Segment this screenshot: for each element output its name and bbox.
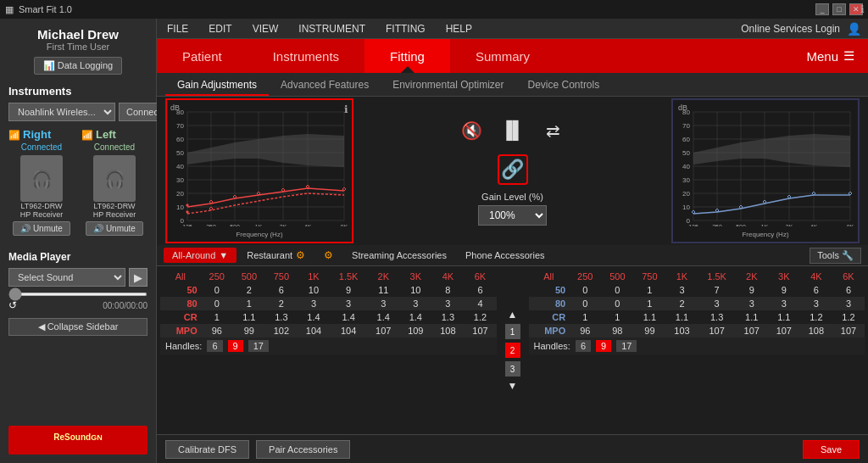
- subtab-advanced-features[interactable]: Advanced Features: [269, 75, 381, 96]
- left-cell-50-2k[interactable]: 11: [367, 283, 399, 297]
- left-cell-cr-1k[interactable]: 1.4: [298, 310, 330, 324]
- media-progress-slider[interactable]: [8, 293, 147, 296]
- left-cell-cr-3k[interactable]: 1.4: [399, 310, 431, 324]
- left-cell-50-1k[interactable]: 10: [298, 283, 330, 297]
- right-cell-80-1k[interactable]: 2: [665, 297, 698, 310]
- right-handle-9[interactable]: 9: [596, 340, 611, 352]
- tools-button[interactable]: Tools 🔧: [810, 248, 861, 264]
- prog-tab-empty[interactable]: ⚙: [315, 247, 342, 264]
- right-cell-mpo-1k5[interactable]: 107: [698, 324, 735, 337]
- right-cell-cr-6k[interactable]: 1.2: [832, 310, 865, 324]
- right-cell-mpo-250[interactable]: 96: [569, 324, 601, 337]
- left-cell-80-1k[interactable]: 3: [298, 297, 330, 310]
- menu-instrument[interactable]: INSTRUMENT: [295, 21, 369, 36]
- loop-button[interactable]: ↺: [8, 299, 17, 311]
- left-cell-mpo-6k[interactable]: 107: [464, 324, 496, 337]
- left-cell-cr-250[interactable]: 1: [201, 310, 233, 324]
- right-cell-80-4k[interactable]: 3: [800, 297, 832, 310]
- left-cell-mpo-750[interactable]: 102: [265, 324, 298, 337]
- left-cell-50-1k5[interactable]: 9: [330, 283, 367, 297]
- right-cell-50-6k[interactable]: 6: [832, 283, 865, 297]
- left-handle-17[interactable]: 17: [248, 340, 269, 352]
- online-services-link[interactable]: Online Services Login: [741, 23, 840, 35]
- pair-accessories-button[interactable]: Pair Accessories: [256, 440, 350, 459]
- right-cell-mpo-4k[interactable]: 108: [800, 324, 832, 337]
- prog-tab-all-around[interactable]: All-Around ▼: [164, 248, 236, 263]
- right-cell-50-4k[interactable]: 6: [800, 283, 832, 297]
- right-cell-80-250[interactable]: 0: [569, 297, 601, 310]
- left-cell-80-4k[interactable]: 3: [431, 297, 464, 310]
- right-cell-mpo-2k[interactable]: 107: [736, 324, 768, 337]
- left-cell-mpo-4k[interactable]: 108: [431, 324, 464, 337]
- minimize-button[interactable]: _: [815, 3, 829, 15]
- left-cell-mpo-250[interactable]: 96: [201, 324, 233, 337]
- menu-view[interactable]: VIEW: [249, 21, 282, 36]
- subtab-environmental-optimizer[interactable]: Environmental Optimizer: [381, 75, 515, 96]
- right-cell-50-1k5[interactable]: 7: [698, 283, 735, 297]
- left-cell-mpo-3k[interactable]: 109: [399, 324, 431, 337]
- bluetooth-icon[interactable]: ⇄: [540, 117, 567, 144]
- right-cell-50-1k[interactable]: 3: [665, 283, 698, 297]
- save-button[interactable]: Save: [803, 440, 860, 459]
- right-cell-mpo-6k[interactable]: 107: [832, 324, 865, 337]
- right-cell-cr-1k5[interactable]: 1.3: [698, 310, 735, 324]
- left-cell-80-2k[interactable]: 3: [367, 297, 399, 310]
- menu-help[interactable]: HELP: [442, 21, 476, 36]
- right-cell-cr-4k[interactable]: 1.2: [800, 310, 832, 324]
- right-cell-50-3k[interactable]: 9: [768, 283, 800, 297]
- right-unmute-button[interactable]: 🔊 Unmute: [13, 221, 70, 236]
- right-cell-mpo-3k[interactable]: 107: [768, 324, 800, 337]
- data-logging-button[interactable]: 📊 Data Logging: [34, 57, 123, 75]
- collapse-sidebar-button[interactable]: ◀ Collapse Sidebar: [8, 318, 147, 336]
- left-chart-info-icon[interactable]: ℹ: [344, 103, 348, 115]
- left-cell-50-750[interactable]: 6: [265, 283, 298, 297]
- menu-edit[interactable]: EDIT: [205, 21, 235, 36]
- right-cell-cr-250[interactable]: 1: [569, 310, 601, 324]
- left-cell-80-1k5[interactable]: 3: [330, 297, 367, 310]
- left-cell-50-4k[interactable]: 8: [431, 283, 464, 297]
- prog-tab-restaurant[interactable]: Restaurant ⚙: [238, 247, 314, 264]
- menu-fitting[interactable]: FITTING: [382, 21, 429, 36]
- left-cell-50-3k[interactable]: 10: [399, 283, 431, 297]
- left-handle-6[interactable]: 6: [207, 340, 222, 352]
- tab-instruments[interactable]: Instruments: [248, 39, 364, 73]
- left-cell-80-250[interactable]: 0: [201, 297, 233, 310]
- right-cell-50-500[interactable]: 0: [601, 283, 633, 297]
- scroll-up-arrow[interactable]: ▲: [508, 309, 518, 321]
- subtab-gain-adjustments[interactable]: Gain Adjustments: [165, 75, 269, 96]
- left-cell-cr-750[interactable]: 1.3: [265, 310, 298, 324]
- tab-summary[interactable]: Summary: [450, 39, 555, 73]
- right-cell-50-250[interactable]: 0: [569, 283, 601, 297]
- left-cell-cr-2k[interactable]: 1.4: [367, 310, 399, 324]
- play-button[interactable]: ▶: [129, 268, 147, 287]
- left-cell-50-250[interactable]: 0: [201, 283, 233, 297]
- left-cell-50-6k[interactable]: 6: [464, 283, 496, 297]
- right-cell-mpo-750[interactable]: 99: [633, 324, 665, 337]
- calibrate-dfs-button[interactable]: Calibrate DFS: [165, 440, 249, 459]
- right-handle-6[interactable]: 6: [576, 340, 591, 352]
- scroll-num-2[interactable]: 2: [505, 343, 520, 358]
- link-button[interactable]: 🔗: [498, 154, 528, 185]
- subtab-device-controls[interactable]: Device Controls: [516, 75, 612, 96]
- left-cell-cr-1k5[interactable]: 1.4: [330, 310, 367, 324]
- right-cell-cr-500[interactable]: 1: [601, 310, 633, 324]
- right-cell-cr-3k[interactable]: 1.1: [768, 310, 800, 324]
- equalizer-icon[interactable]: ▐▌: [499, 117, 526, 144]
- menu-file[interactable]: FILE: [164, 21, 192, 36]
- left-cell-mpo-1k5[interactable]: 104: [330, 324, 367, 337]
- right-cell-cr-2k[interactable]: 1.1: [736, 310, 768, 324]
- scroll-num-3[interactable]: 3: [505, 361, 520, 377]
- right-cell-50-750[interactable]: 1: [633, 283, 665, 297]
- right-cell-50-2k[interactable]: 9: [736, 283, 768, 297]
- right-cell-80-1k5[interactable]: 3: [698, 297, 735, 310]
- left-cell-80-6k[interactable]: 4: [464, 297, 496, 310]
- prog-tab-phone[interactable]: Phone Accessories: [457, 248, 554, 263]
- left-cell-mpo-500[interactable]: 99: [233, 324, 265, 337]
- left-cell-mpo-2k[interactable]: 107: [367, 324, 399, 337]
- tab-patient[interactable]: Patient: [157, 39, 248, 73]
- right-cell-mpo-1k[interactable]: 103: [665, 324, 698, 337]
- prog-tab-streaming[interactable]: Streaming Accessories: [343, 248, 455, 263]
- left-cell-80-750[interactable]: 2: [265, 297, 298, 310]
- scroll-num-1[interactable]: 1: [505, 324, 520, 339]
- left-cell-mpo-1k[interactable]: 104: [298, 324, 330, 337]
